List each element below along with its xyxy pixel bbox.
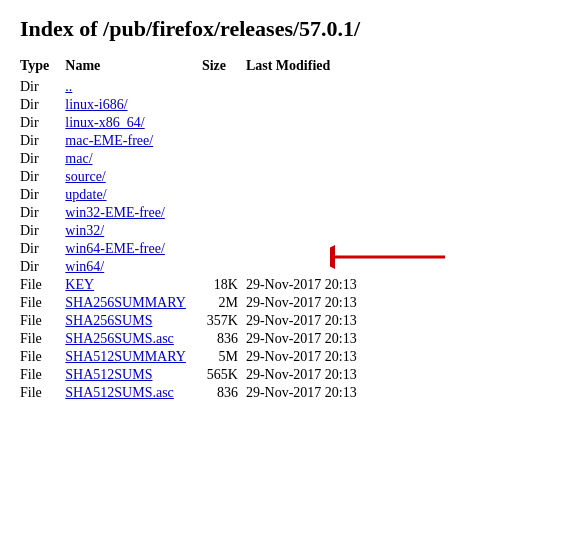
- cell-modified: 29-Nov-2017 20:13: [246, 276, 376, 294]
- cell-modified: [246, 204, 376, 222]
- cell-name[interactable]: SHA256SUMS: [65, 312, 202, 330]
- table-row: FileSHA512SUMS.asc83629-Nov-2017 20:13: [20, 384, 376, 402]
- table-row: Dir..: [20, 78, 376, 96]
- cell-name[interactable]: mac/: [65, 150, 202, 168]
- cell-modified: [246, 258, 376, 276]
- cell-type: Dir: [20, 186, 65, 204]
- file-link[interactable]: ..: [65, 79, 72, 94]
- file-link[interactable]: SHA256SUMMARY: [65, 295, 186, 310]
- file-link[interactable]: linux-i686/: [65, 97, 127, 112]
- file-link[interactable]: win32-EME-free/: [65, 205, 165, 220]
- cell-size: [202, 150, 246, 168]
- cell-name[interactable]: ..: [65, 78, 202, 96]
- cell-size: 836: [202, 384, 246, 402]
- cell-type: Dir: [20, 78, 65, 96]
- table-row: Dirwin64-EME-free/: [20, 240, 376, 258]
- file-link[interactable]: win32/: [65, 223, 104, 238]
- col-header-name: Name: [65, 56, 202, 78]
- cell-size: 836: [202, 330, 246, 348]
- cell-type: File: [20, 384, 65, 402]
- file-link[interactable]: SHA256SUMS: [65, 313, 152, 328]
- table-row: FileSHA512SUMS565K29-Nov-2017 20:13: [20, 366, 376, 384]
- cell-type: File: [20, 294, 65, 312]
- cell-size: [202, 240, 246, 258]
- file-link[interactable]: win64/: [65, 259, 104, 274]
- file-link[interactable]: update/: [65, 187, 106, 202]
- cell-modified: [246, 114, 376, 132]
- file-link[interactable]: linux-x86_64/: [65, 115, 144, 130]
- cell-type: Dir: [20, 132, 65, 150]
- cell-name[interactable]: win64/: [65, 258, 202, 276]
- table-row: FileSHA256SUMS357K29-Nov-2017 20:13: [20, 312, 376, 330]
- table-row: Dirsource/: [20, 168, 376, 186]
- cell-size: [202, 204, 246, 222]
- cell-size: [202, 96, 246, 114]
- table-row: Dirmac/: [20, 150, 376, 168]
- cell-modified: [246, 150, 376, 168]
- table-row: Dirwin64/: [20, 258, 376, 276]
- cell-name[interactable]: KEY: [65, 276, 202, 294]
- cell-modified: [246, 240, 376, 258]
- cell-modified: 29-Nov-2017 20:13: [246, 366, 376, 384]
- cell-name[interactable]: SHA512SUMS: [65, 366, 202, 384]
- table-row: Dirlinux-x86_64/: [20, 114, 376, 132]
- cell-modified: 29-Nov-2017 20:13: [246, 384, 376, 402]
- cell-modified: 29-Nov-2017 20:13: [246, 294, 376, 312]
- cell-size: 5M: [202, 348, 246, 366]
- cell-type: File: [20, 348, 65, 366]
- cell-modified: [246, 132, 376, 150]
- cell-type: Dir: [20, 96, 65, 114]
- table-row: FileKEY18K29-Nov-2017 20:13: [20, 276, 376, 294]
- cell-name[interactable]: source/: [65, 168, 202, 186]
- col-header-modified: Last Modified: [246, 56, 376, 78]
- cell-modified: [246, 222, 376, 240]
- table-row: Dirwin32/: [20, 222, 376, 240]
- page-title: Index of /pub/firefox/releases/57.0.1/: [20, 16, 563, 42]
- table-row: FileSHA512SUMMARY5M29-Nov-2017 20:13: [20, 348, 376, 366]
- cell-name[interactable]: linux-x86_64/: [65, 114, 202, 132]
- cell-name[interactable]: mac-EME-free/: [65, 132, 202, 150]
- cell-name[interactable]: linux-i686/: [65, 96, 202, 114]
- cell-type: File: [20, 366, 65, 384]
- cell-name[interactable]: update/: [65, 186, 202, 204]
- file-link[interactable]: SHA256SUMS.asc: [65, 331, 174, 346]
- cell-type: Dir: [20, 150, 65, 168]
- cell-name[interactable]: win32/: [65, 222, 202, 240]
- cell-size: 565K: [202, 366, 246, 384]
- file-link[interactable]: SHA512SUMMARY: [65, 349, 186, 364]
- cell-type: Dir: [20, 240, 65, 258]
- table-row: FileSHA256SUMMARY2M29-Nov-2017 20:13: [20, 294, 376, 312]
- cell-name[interactable]: SHA256SUMMARY: [65, 294, 202, 312]
- cell-type: Dir: [20, 168, 65, 186]
- cell-size: 18K: [202, 276, 246, 294]
- col-header-type: Type: [20, 56, 65, 78]
- cell-type: File: [20, 276, 65, 294]
- cell-name[interactable]: win32-EME-free/: [65, 204, 202, 222]
- cell-modified: 29-Nov-2017 20:13: [246, 348, 376, 366]
- file-link[interactable]: mac-EME-free/: [65, 133, 153, 148]
- file-link[interactable]: SHA512SUMS.asc: [65, 385, 174, 400]
- cell-modified: [246, 168, 376, 186]
- file-link[interactable]: mac/: [65, 151, 92, 166]
- table-row: Dirmac-EME-free/: [20, 132, 376, 150]
- table-row: Dirlinux-i686/: [20, 96, 376, 114]
- cell-name[interactable]: SHA256SUMS.asc: [65, 330, 202, 348]
- file-link[interactable]: source/: [65, 169, 105, 184]
- cell-type: Dir: [20, 114, 65, 132]
- cell-name[interactable]: win64-EME-free/: [65, 240, 202, 258]
- cell-type: Dir: [20, 204, 65, 222]
- cell-modified: 29-Nov-2017 20:13: [246, 330, 376, 348]
- table-row: FileSHA256SUMS.asc83629-Nov-2017 20:13: [20, 330, 376, 348]
- cell-modified: [246, 186, 376, 204]
- cell-name[interactable]: SHA512SUMMARY: [65, 348, 202, 366]
- cell-size: 2M: [202, 294, 246, 312]
- cell-type: File: [20, 312, 65, 330]
- cell-size: [202, 78, 246, 96]
- cell-name[interactable]: SHA512SUMS.asc: [65, 384, 202, 402]
- file-link[interactable]: SHA512SUMS: [65, 367, 152, 382]
- col-header-size: Size: [202, 56, 246, 78]
- file-link[interactable]: KEY: [65, 277, 94, 292]
- file-listing-table: Type Name Size Last Modified Dir..Dirlin…: [20, 56, 376, 402]
- cell-type: File: [20, 330, 65, 348]
- file-link[interactable]: win64-EME-free/: [65, 241, 165, 256]
